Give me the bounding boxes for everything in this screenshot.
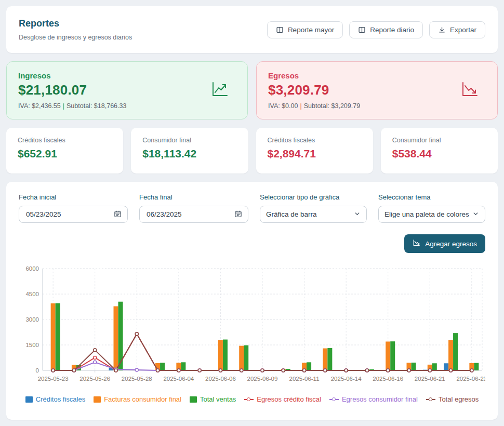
svg-text:2025-05-28: 2025-05-28 xyxy=(122,376,152,382)
bar xyxy=(432,363,437,370)
ingresos-card: Ingresos $21,180.07 IVA: $2,436.55|Subto… xyxy=(6,61,248,119)
bar xyxy=(181,362,185,370)
breakdown-label: Créditos fiscales xyxy=(268,137,362,144)
tipo-grafica-select[interactable]: Gráfica de barra xyxy=(260,206,367,223)
bar xyxy=(412,363,416,370)
egresos-text: Egresos $3,209.79 IVA: $0.00|Subtotal: $… xyxy=(268,71,360,110)
summary-row: Ingresos $21,180.07 IVA: $2,436.55|Subto… xyxy=(6,61,498,119)
line-marker xyxy=(135,368,138,371)
line-marker xyxy=(94,349,97,352)
egresos-subtotal: Subtotal: $3,209.79 xyxy=(304,102,360,110)
bar xyxy=(160,363,165,370)
chart-area: 015003000450060002025-05-232025-05-26202… xyxy=(19,262,485,403)
trend-up-icon xyxy=(211,81,229,100)
bar xyxy=(474,363,479,370)
svg-text:6000: 6000 xyxy=(25,265,39,272)
bar xyxy=(239,346,244,370)
reporte-mayor-button[interactable]: Reporte mayor xyxy=(267,21,343,38)
reports-page: Reportes Desglose de ingresos y egresos … xyxy=(0,0,504,426)
legend-label: Facturas consumidor final xyxy=(104,395,181,403)
fecha-inicial-input[interactable] xyxy=(25,210,105,219)
ingresos-title: Ingresos xyxy=(18,71,126,80)
filter-fecha-final: Fecha final xyxy=(139,193,248,223)
filter-tema: Seleccionar tema Elige una paleta de col… xyxy=(378,193,485,223)
line-marker xyxy=(407,369,410,372)
chevron-down-icon xyxy=(354,210,361,219)
separator: | xyxy=(61,102,67,110)
line-marker xyxy=(156,369,160,372)
action-row: Agregar egresos xyxy=(19,234,485,253)
legend-item-3[interactable]: Egresos crédito fiscal xyxy=(244,395,321,403)
line-marker xyxy=(240,369,243,372)
bar xyxy=(244,345,248,370)
breakdown-amount: $18,113.42 xyxy=(142,148,236,160)
bar xyxy=(51,303,56,370)
egresos-amount: $3,209.79 xyxy=(268,82,360,98)
legend-item-0[interactable]: Créditos fiscales xyxy=(25,395,85,403)
svg-text:2025-06-21: 2025-06-21 xyxy=(415,376,445,382)
svg-text:2025-05-23: 2025-05-23 xyxy=(38,376,69,382)
legend-item-2[interactable]: Total ventas xyxy=(190,395,236,403)
legend-item-1[interactable]: Facturas consumidor final xyxy=(94,395,181,403)
line-marker xyxy=(177,369,180,372)
legend-item-5[interactable]: Total egresos xyxy=(426,395,479,403)
line-marker xyxy=(428,369,431,372)
separator: | xyxy=(298,102,303,110)
fecha-final-input[interactable] xyxy=(145,210,226,219)
svg-text:2025-06-23: 2025-06-23 xyxy=(456,376,485,382)
breakdown-card-creditos-egresos: Créditos fiscales $2,894.71 xyxy=(256,128,373,174)
line-marker xyxy=(470,369,473,372)
book-icon xyxy=(276,26,284,34)
bar xyxy=(114,307,118,370)
calendar-icon[interactable] xyxy=(234,210,242,219)
tema-label: Seleccionar tema xyxy=(378,193,485,201)
breakdown-amount: $538.44 xyxy=(392,148,486,160)
line-marker xyxy=(344,369,348,372)
svg-text:0: 0 xyxy=(36,367,39,374)
bar xyxy=(386,341,390,370)
egresos-title: Egresos xyxy=(268,71,360,80)
legend-swatch-icon xyxy=(25,396,33,403)
svg-text:2025-06-11: 2025-06-11 xyxy=(289,376,320,382)
egresos-card: Egresos $3,209.79 IVA: $0.00|Subtotal: $… xyxy=(256,61,498,119)
exportar-button[interactable]: Exportar xyxy=(429,21,485,38)
legend-label: Total egresos xyxy=(439,395,479,403)
ingresos-iva: IVA: $2,436.55 xyxy=(18,102,61,110)
chart-down-icon xyxy=(413,239,420,248)
legend-item-4[interactable]: Egresos consumidor final xyxy=(329,395,418,403)
bar xyxy=(218,340,223,370)
page-title: Reportes xyxy=(19,18,132,29)
tema-value: Elige una paleta de colores xyxy=(384,210,469,218)
svg-text:2025-05-26: 2025-05-26 xyxy=(79,376,110,382)
breakdown-card-creditos-ingresos: Créditos fiscales $652.91 xyxy=(6,128,123,174)
breakdown-row: Créditos fiscales $652.91 Consumidor fin… xyxy=(6,128,498,174)
calendar-icon[interactable] xyxy=(114,210,122,219)
filter-fecha-inicial: Fecha inicial xyxy=(19,193,128,223)
book-icon xyxy=(358,26,366,34)
line-marker xyxy=(365,369,368,372)
fecha-final-field[interactable] xyxy=(139,206,248,223)
line-marker xyxy=(303,369,306,372)
line-marker xyxy=(282,369,285,372)
download-icon xyxy=(438,26,446,34)
agregar-egresos-button[interactable]: Agregar egresos xyxy=(404,234,485,253)
svg-text:1500: 1500 xyxy=(25,342,39,348)
reporte-diario-label: Reporte diario xyxy=(370,26,414,34)
bar xyxy=(448,340,453,370)
fecha-inicial-field[interactable] xyxy=(19,206,128,223)
svg-text:2025-06-16: 2025-06-16 xyxy=(373,376,403,382)
ingresos-subtotal: Subtotal: $18,766.33 xyxy=(67,102,126,110)
reporte-diario-button[interactable]: Reporte diario xyxy=(349,21,423,38)
breakdown-label: Créditos fiscales xyxy=(18,137,112,144)
breakdown-label: Consumidor final xyxy=(392,137,486,144)
breakdown-label: Consumidor final xyxy=(142,137,236,144)
legend-label: Egresos crédito fiscal xyxy=(257,395,321,403)
tema-select[interactable]: Elige una paleta de colores xyxy=(378,206,485,223)
trend-down-icon xyxy=(461,81,479,100)
line-marker xyxy=(114,369,117,372)
line-marker xyxy=(94,361,97,364)
ingresos-text: Ingresos $21,180.07 IVA: $2,436.55|Subto… xyxy=(18,71,126,110)
filters-row: Fecha inicial Fecha final Seleccionar ti… xyxy=(19,193,485,223)
line-marker xyxy=(198,369,201,372)
report-chart: 015003000450060002025-05-232025-05-26202… xyxy=(19,262,485,390)
